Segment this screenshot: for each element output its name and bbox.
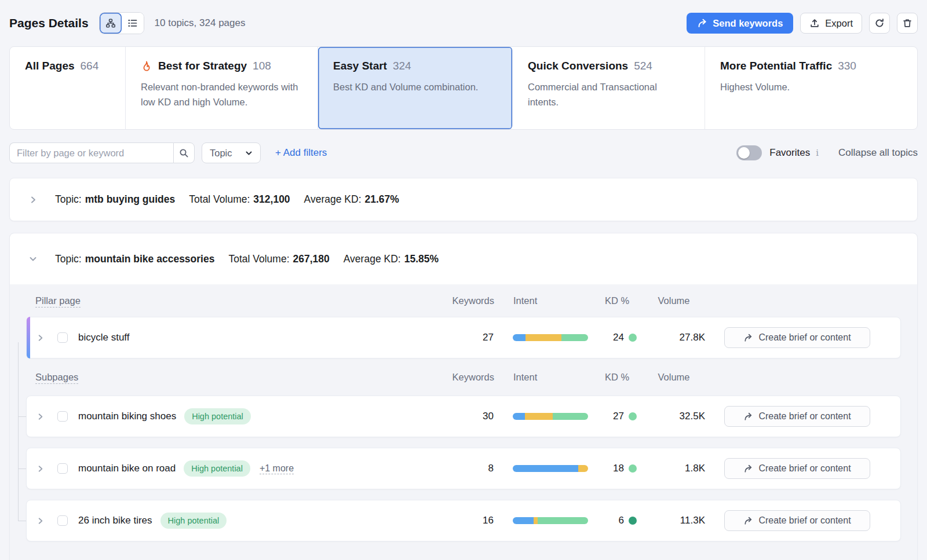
list-icon: [127, 18, 138, 28]
chevron-right-icon[interactable]: [36, 412, 45, 421]
hierarchy-view-button[interactable]: [100, 13, 122, 34]
create-brief-button[interactable]: Create brief or content: [724, 458, 870, 479]
send-arrow-icon: [743, 412, 753, 422]
kd-dot: [629, 464, 637, 473]
send-arrow-icon: [743, 333, 753, 343]
tab-count: 524: [634, 60, 652, 72]
chevron-right-icon[interactable]: [36, 464, 45, 473]
intent-segment-blue: [513, 413, 525, 420]
topic-dropdown[interactable]: Topic: [202, 142, 261, 163]
topic-header[interactable]: Topic: mtb buying guides Total Volume: 3…: [10, 178, 917, 221]
high-potential-badge: High potential: [184, 460, 250, 477]
page-title: bicycle stuff: [78, 332, 130, 343]
tab-easy-start[interactable]: Easy Start 324 Best KD and Volume combin…: [318, 47, 513, 129]
tab-all-pages[interactable]: All Pages 664: [10, 47, 126, 129]
row-checkbox[interactable]: [57, 515, 68, 526]
add-filters-link[interactable]: + Add filters: [275, 147, 327, 159]
tab-label: All Pages: [25, 60, 75, 72]
column-header-kd: KD %: [597, 295, 637, 306]
subpages-section-label: Subpages: [35, 372, 78, 384]
tab-description: Commercial and Transactional intents.: [528, 79, 689, 109]
row-checkbox[interactable]: [57, 411, 68, 422]
tab-count: 330: [838, 60, 856, 72]
kd-dot: [629, 517, 637, 525]
filter-bar-right: Favorites i Collapse all topics: [736, 145, 918, 160]
page-filter-tabs: All Pages 664 Best for Strategy 108 Rele…: [9, 46, 918, 130]
create-brief-button[interactable]: Create brief or content: [724, 327, 870, 348]
export-label: Export: [825, 18, 853, 29]
tab-best-for-strategy[interactable]: Best for Strategy 108 Relevant non-brand…: [126, 47, 318, 129]
pillar-accent-bar: [27, 317, 30, 358]
create-brief-label: Create brief or content: [758, 515, 851, 526]
tab-label: Easy Start: [333, 60, 387, 72]
keywords-count: 8: [424, 463, 494, 474]
topic-header[interactable]: Topic: mountain bike accessories Total V…: [10, 233, 917, 284]
page-title: mountain bike on road: [78, 463, 176, 474]
volume-value: 27.8K: [641, 332, 705, 343]
tab-quick-conversions[interactable]: Quick Conversions 524 Commercial and Tra…: [513, 47, 705, 129]
search-group: [9, 142, 195, 163]
average-kd-label: Average KD:: [344, 253, 401, 265]
export-button[interactable]: Export: [800, 13, 862, 34]
tree-connector: [18, 416, 26, 417]
intent-segment-blue: [513, 517, 534, 524]
info-icon[interactable]: i: [816, 148, 819, 158]
chevron-down-icon[interactable]: [28, 254, 38, 263]
more-badges-link[interactable]: +1 more: [260, 463, 294, 474]
tab-count: 108: [253, 60, 271, 72]
keywords-count: 27: [424, 332, 494, 343]
topics-pages-summary: 10 topics, 324 pages: [155, 17, 246, 29]
intent-segment-green: [538, 517, 588, 524]
tab-description: Highest Volume.: [720, 79, 902, 94]
chevron-right-icon[interactable]: [36, 517, 45, 525]
view-toggle: [99, 12, 144, 34]
chevron-right-icon[interactable]: [36, 334, 45, 342]
send-keywords-label: Send keywords: [713, 18, 783, 29]
volume-value: 1.8K: [641, 463, 705, 474]
favorites-toggle[interactable]: [736, 145, 762, 160]
kd-dot: [629, 334, 637, 342]
page-title: 26 inch bike tires: [78, 515, 152, 526]
refresh-button[interactable]: [869, 13, 890, 34]
table-row-subpage: 26 inch bike tires High potential 16 6 1…: [26, 500, 901, 541]
delete-button[interactable]: [897, 13, 918, 34]
average-kd-value: 21.67%: [365, 193, 399, 206]
topic-name: mountain bike accessories: [85, 253, 215, 265]
search-button[interactable]: [173, 142, 195, 163]
tab-more-potential-traffic[interactable]: More Potential Traffic 330 Highest Volum…: [705, 47, 917, 129]
create-brief-button[interactable]: Create brief or content: [724, 510, 870, 531]
tab-label: More Potential Traffic: [720, 60, 832, 72]
row-checkbox[interactable]: [57, 463, 68, 474]
send-arrow-icon: [743, 464, 753, 474]
table-row-subpage: mountain bike on road High potential +1 …: [26, 448, 901, 489]
intent-segment-green: [561, 334, 588, 341]
average-kd-value: 15.85%: [404, 253, 439, 265]
list-view-button[interactable]: [122, 13, 144, 34]
intent-bar: [513, 517, 588, 524]
kd-value: 18: [613, 463, 624, 474]
volume-value: 32.5K: [641, 411, 705, 422]
row-checkbox[interactable]: [57, 332, 68, 343]
chevron-right-icon[interactable]: [28, 195, 38, 204]
collapse-all-topics-link[interactable]: Collapse all topics: [838, 147, 918, 159]
tab-label: Quick Conversions: [528, 60, 628, 72]
create-brief-button[interactable]: Create brief or content: [724, 406, 870, 427]
column-header-keywords: Keywords: [425, 295, 494, 306]
topic-dropdown-label: Topic: [210, 148, 232, 159]
column-header-kd: KD %: [597, 372, 637, 383]
total-volume-value: 312,100: [253, 193, 290, 206]
pillar-page-header-row: Pillar page Keywords Intent KD % Volume: [26, 284, 901, 317]
topic-summary-text: Topic: mountain bike accessories Total V…: [55, 253, 439, 265]
column-header-intent: Intent: [513, 372, 589, 383]
table-row-subpage: mountain biking shoes High potential 30 …: [26, 396, 901, 437]
create-brief-label: Create brief or content: [758, 332, 851, 343]
search-input[interactable]: [9, 142, 173, 163]
subpages-header-row: Subpages Keywords Intent KD % Volume: [26, 358, 901, 396]
tab-count: 324: [393, 60, 411, 72]
column-header-keywords: Keywords: [425, 372, 494, 383]
top-actions: Send keywords Export: [687, 13, 918, 34]
intent-bar: [513, 465, 588, 472]
tab-count: 664: [81, 60, 99, 72]
intent-segment-green: [553, 413, 588, 420]
send-keywords-button[interactable]: Send keywords: [687, 13, 793, 34]
